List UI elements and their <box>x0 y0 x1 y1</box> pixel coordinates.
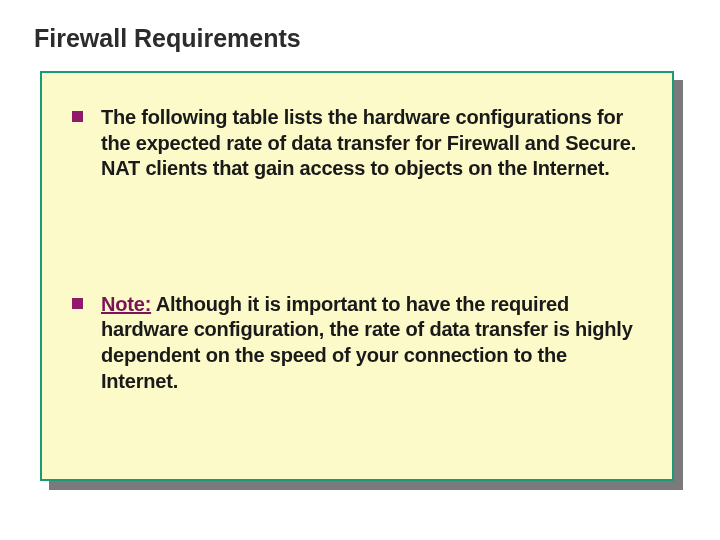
square-bullet-icon <box>72 111 83 122</box>
square-bullet-icon <box>72 298 83 309</box>
list-item-text: The following table lists the hardware c… <box>101 105 648 182</box>
note-label: Note: <box>101 293 151 315</box>
slide-title: Firewall Requirements <box>34 24 686 53</box>
list-item: The following table lists the hardware c… <box>72 105 648 182</box>
content-panel: The following table lists the hardware c… <box>40 71 674 481</box>
content-panel-wrap: The following table lists the hardware c… <box>40 71 674 481</box>
slide: Firewall Requirements The following tabl… <box>0 0 720 540</box>
list-item-text: Note: Although it is important to have t… <box>101 292 648 394</box>
note-body: Although it is important to have the req… <box>101 293 633 392</box>
list-item: Note: Although it is important to have t… <box>72 292 648 394</box>
